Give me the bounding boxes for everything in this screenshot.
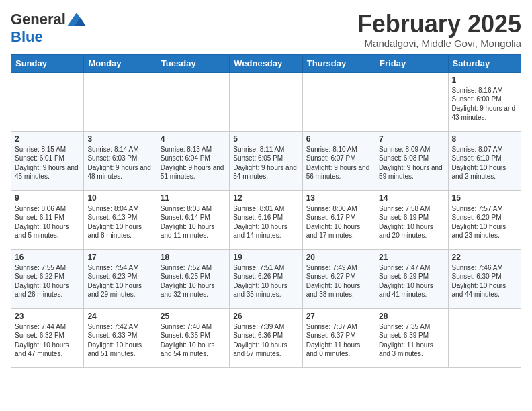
day-number: 1 [452,75,517,85]
day-number: 4 [161,134,226,144]
day-info: Sunrise: 8:03 AM Sunset: 6:14 PM Dayligh… [161,204,226,240]
day-info: Sunrise: 8:11 AM Sunset: 6:05 PM Dayligh… [233,145,298,181]
day-info: Sunrise: 7:46 AM Sunset: 6:30 PM Dayligh… [452,263,517,300]
day-info: Sunrise: 7:55 AM Sunset: 6:22 PM Dayligh… [15,263,80,300]
day-info: Sunrise: 7:35 AM Sunset: 6:39 PM Dayligh… [379,322,444,359]
day-info: Sunrise: 7:40 AM Sunset: 6:35 PM Dayligh… [161,322,226,359]
title-block: February 2025 Mandalgovi, Middle Govi, M… [357,11,521,49]
day-info: Sunrise: 7:39 AM Sunset: 6:36 PM Dayligh… [233,322,298,359]
calendar-cell [157,72,229,131]
weekday-header-saturday: Saturday [448,54,521,72]
weekday-header-monday: Monday [84,54,157,72]
day-number: 19 [233,253,298,262]
calendar-cell: 11Sunrise: 8:03 AM Sunset: 6:14 PM Dayli… [157,190,229,249]
calendar-cell: 5Sunrise: 8:11 AM Sunset: 6:05 PM Daylig… [230,131,302,190]
day-number: 7 [379,134,444,144]
day-info: Sunrise: 8:10 AM Sunset: 6:07 PM Dayligh… [306,145,371,181]
calendar-cell: 16Sunrise: 7:55 AM Sunset: 6:22 PM Dayli… [11,249,84,308]
day-number: 5 [233,134,298,144]
day-number: 26 [233,312,298,321]
logo-icon [67,13,86,26]
day-number: 24 [87,312,152,321]
day-info: Sunrise: 8:00 AM Sunset: 6:17 PM Dayligh… [306,204,371,240]
calendar-cell: 20Sunrise: 7:49 AM Sunset: 6:27 PM Dayli… [302,249,375,308]
calendar-cell [375,72,448,131]
day-number: 14 [379,193,444,203]
calendar-cell: 27Sunrise: 7:37 AM Sunset: 6:37 PM Dayli… [302,308,375,367]
day-number: 18 [161,253,226,262]
day-info: Sunrise: 7:54 AM Sunset: 6:23 PM Dayligh… [87,263,152,300]
day-number: 25 [161,312,226,321]
day-info: Sunrise: 7:58 AM Sunset: 6:19 PM Dayligh… [379,204,444,240]
day-info: Sunrise: 7:49 AM Sunset: 6:27 PM Dayligh… [306,263,371,300]
day-info: Sunrise: 8:06 AM Sunset: 6:11 PM Dayligh… [15,204,80,240]
calendar-cell: 28Sunrise: 7:35 AM Sunset: 6:39 PM Dayli… [375,308,448,367]
calendar-table: SundayMondayTuesdayWednesdayThursdayFrid… [11,54,521,368]
weekday-header-friday: Friday [375,54,448,72]
calendar-week-row: 9Sunrise: 8:06 AM Sunset: 6:11 PM Daylig… [11,190,521,249]
day-info: Sunrise: 8:07 AM Sunset: 6:10 PM Dayligh… [452,145,517,181]
day-info: Sunrise: 7:52 AM Sunset: 6:25 PM Dayligh… [161,263,226,300]
calendar-cell: 6Sunrise: 8:10 AM Sunset: 6:07 PM Daylig… [302,131,375,190]
calendar-cell: 13Sunrise: 8:00 AM Sunset: 6:17 PM Dayli… [302,190,375,249]
calendar-cell: 8Sunrise: 8:07 AM Sunset: 6:10 PM Daylig… [448,131,521,190]
calendar-cell: 9Sunrise: 8:06 AM Sunset: 6:11 PM Daylig… [11,190,84,249]
calendar-cell [302,72,375,131]
day-number: 6 [306,134,371,144]
day-number: 9 [15,193,80,203]
calendar-cell: 26Sunrise: 7:39 AM Sunset: 6:36 PM Dayli… [230,308,302,367]
weekday-header-row: SundayMondayTuesdayWednesdayThursdayFrid… [11,54,521,72]
day-number: 16 [15,253,80,262]
calendar-cell: 17Sunrise: 7:54 AM Sunset: 6:23 PM Dayli… [84,249,157,308]
calendar-week-row: 2Sunrise: 8:15 AM Sunset: 6:01 PM Daylig… [11,131,521,190]
day-number: 13 [306,193,371,203]
day-number: 11 [161,193,226,203]
day-number: 21 [379,253,444,262]
calendar-cell: 15Sunrise: 7:57 AM Sunset: 6:20 PM Dayli… [448,190,521,249]
calendar-week-row: 23Sunrise: 7:44 AM Sunset: 6:32 PM Dayli… [11,308,521,367]
day-number: 20 [306,253,371,262]
calendar-cell: 4Sunrise: 8:13 AM Sunset: 6:04 PM Daylig… [157,131,229,190]
day-info: Sunrise: 8:13 AM Sunset: 6:04 PM Dayligh… [161,145,226,181]
day-info: Sunrise: 7:44 AM Sunset: 6:32 PM Dayligh… [15,322,80,359]
calendar-cell: 18Sunrise: 7:52 AM Sunset: 6:25 PM Dayli… [157,249,229,308]
calendar-week-row: 1Sunrise: 8:16 AM Sunset: 6:00 PM Daylig… [11,72,521,131]
day-info: Sunrise: 8:01 AM Sunset: 6:16 PM Dayligh… [233,204,298,240]
day-number: 15 [452,193,517,203]
calendar-cell: 22Sunrise: 7:46 AM Sunset: 6:30 PM Dayli… [448,249,521,308]
calendar-cell: 24Sunrise: 7:42 AM Sunset: 6:33 PM Dayli… [84,308,157,367]
calendar-cell: 1Sunrise: 8:16 AM Sunset: 6:00 PM Daylig… [448,72,521,131]
calendar-cell [84,72,157,131]
day-number: 23 [15,312,80,321]
day-number: 3 [87,134,152,144]
calendar-cell: 19Sunrise: 7:51 AM Sunset: 6:26 PM Dayli… [230,249,302,308]
day-number: 22 [452,253,517,262]
calendar-cell [448,308,521,367]
day-number: 27 [306,312,371,321]
calendar-cell: 3Sunrise: 8:14 AM Sunset: 6:03 PM Daylig… [84,131,157,190]
day-number: 8 [452,134,517,144]
day-info: Sunrise: 7:42 AM Sunset: 6:33 PM Dayligh… [87,322,152,359]
location-subtitle: Mandalgovi, Middle Govi, Mongolia [357,38,521,49]
calendar-cell: 23Sunrise: 7:44 AM Sunset: 6:32 PM Dayli… [11,308,84,367]
weekday-header-wednesday: Wednesday [230,54,302,72]
weekday-header-tuesday: Tuesday [157,54,229,72]
calendar-cell [230,72,302,131]
calendar-week-row: 16Sunrise: 7:55 AM Sunset: 6:22 PM Dayli… [11,249,521,308]
day-info: Sunrise: 8:15 AM Sunset: 6:01 PM Dayligh… [15,145,80,181]
day-info: Sunrise: 8:14 AM Sunset: 6:03 PM Dayligh… [87,145,152,181]
month-title: February 2025 [357,11,521,38]
day-number: 12 [233,193,298,203]
day-number: 2 [15,134,80,144]
calendar-cell [11,72,84,131]
day-number: 17 [87,253,152,262]
day-number: 28 [379,312,444,321]
calendar-cell: 7Sunrise: 8:09 AM Sunset: 6:08 PM Daylig… [375,131,448,190]
day-info: Sunrise: 7:47 AM Sunset: 6:29 PM Dayligh… [379,263,444,300]
calendar-cell: 2Sunrise: 8:15 AM Sunset: 6:01 PM Daylig… [11,131,84,190]
calendar-cell: 21Sunrise: 7:47 AM Sunset: 6:29 PM Dayli… [375,249,448,308]
day-info: Sunrise: 7:57 AM Sunset: 6:20 PM Dayligh… [452,204,517,240]
logo: General Blue [11,11,86,46]
logo-blue-text: Blue [11,28,43,46]
day-info: Sunrise: 8:16 AM Sunset: 6:00 PM Dayligh… [452,86,517,122]
